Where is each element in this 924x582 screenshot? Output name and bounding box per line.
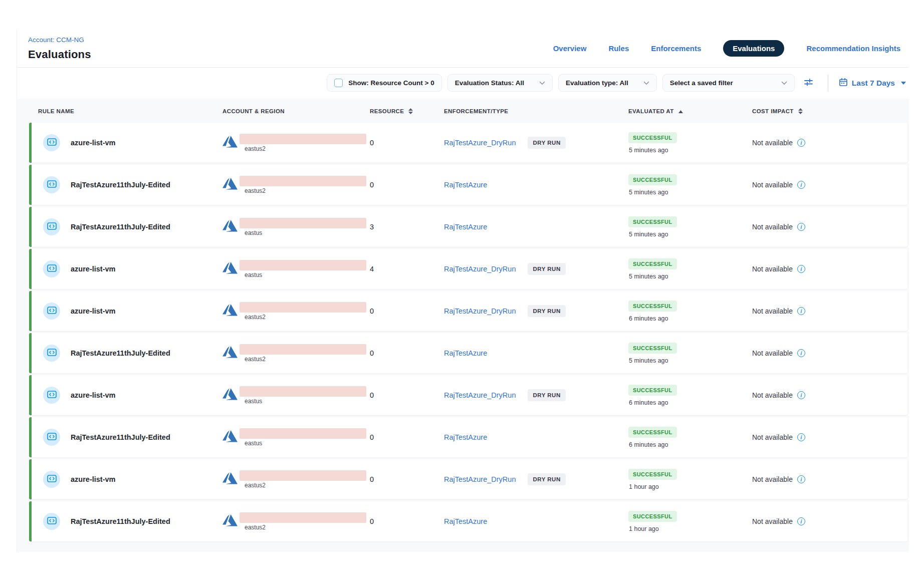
evaluated-time: 5 minutes ago bbox=[629, 273, 668, 280]
saved-filter-select[interactable]: Select a saved filter bbox=[662, 74, 795, 92]
enforcement-link[interactable]: RajTestAzure bbox=[444, 223, 487, 231]
redacted-account-name bbox=[240, 428, 366, 439]
region-label: eastus2 bbox=[245, 187, 366, 194]
evaluations-page: Account: CCM-NG Evaluations Overview Rul… bbox=[17, 30, 909, 552]
rule-name: azure-list-vm bbox=[71, 139, 115, 147]
azure-icon bbox=[222, 512, 238, 528]
info-icon[interactable]: i bbox=[797, 433, 805, 441]
cost-impact-value: Not available bbox=[752, 223, 793, 231]
sort-icon[interactable] bbox=[798, 108, 803, 114]
resource-count: 0 bbox=[370, 181, 374, 189]
sort-ascending-icon[interactable] bbox=[678, 108, 683, 114]
filter-divider bbox=[828, 75, 828, 92]
info-icon[interactable]: i bbox=[797, 475, 805, 483]
enforcement-link[interactable]: RajTestAzure_DryRun bbox=[444, 475, 516, 483]
resource-count: 0 bbox=[370, 139, 374, 147]
region-label: eastus2 bbox=[245, 524, 366, 531]
rule-icon bbox=[47, 474, 57, 485]
info-icon[interactable]: i bbox=[797, 223, 805, 231]
table-row[interactable]: azure-list-vm eastus2 0 RajTestAzure_Dry… bbox=[29, 291, 907, 331]
enforcement-link[interactable]: RajTestAzure_DryRun bbox=[444, 139, 516, 147]
rule-icon bbox=[47, 348, 57, 359]
cost-impact-value: Not available bbox=[752, 265, 793, 273]
table-row[interactable]: RajTestAzure11thJuly-Edited eastus 3 Raj… bbox=[29, 207, 907, 247]
table-row[interactable]: RajTestAzure11thJuly-Edited eastus 0 Raj… bbox=[29, 417, 907, 457]
column-resource[interactable]: RESOURCE bbox=[370, 108, 444, 114]
dry-run-badge: DRY RUN bbox=[528, 389, 565, 401]
info-icon[interactable]: i bbox=[797, 307, 805, 315]
dry-run-badge: DRY RUN bbox=[528, 263, 565, 275]
page-header: Account: CCM-NG Evaluations Overview Rul… bbox=[17, 30, 909, 67]
resource-count-filter[interactable]: Show: Resource Count > 0 bbox=[327, 74, 441, 92]
dry-run-badge: DRY RUN bbox=[528, 473, 565, 485]
evaluation-status-value: Evaluation Status: All bbox=[455, 79, 524, 87]
rule-icon bbox=[47, 390, 57, 401]
resource-count-label: Show: Resource Count > 0 bbox=[348, 79, 434, 87]
status-badge: SUCCESSFUL bbox=[628, 258, 677, 269]
cost-impact-value: Not available bbox=[752, 307, 793, 315]
breadcrumb[interactable]: Account: CCM-NG bbox=[28, 36, 84, 44]
evaluation-type-select[interactable]: Evaluation type: All bbox=[558, 74, 657, 92]
table-row[interactable]: azure-list-vm eastus2 0 RajTestAzure_Dry… bbox=[29, 123, 907, 163]
status-badge: SUCCESSFUL bbox=[628, 385, 677, 396]
region-label: eastus2 bbox=[245, 145, 366, 152]
azure-icon bbox=[222, 260, 238, 276]
rule-avatar bbox=[43, 345, 60, 362]
tab-recommendation-insights[interactable]: Recommendation Insights bbox=[806, 44, 900, 53]
table-row[interactable]: azure-list-vm eastus 0 RajTestAzure_DryR… bbox=[29, 375, 907, 415]
info-icon[interactable]: i bbox=[797, 517, 805, 525]
enforcement-link[interactable]: RajTestAzure bbox=[444, 349, 487, 357]
table-row[interactable]: RajTestAzure11thJuly-Edited eastus2 0 Ra… bbox=[29, 333, 907, 373]
tab-enforcements[interactable]: Enforcements bbox=[651, 44, 701, 53]
info-icon[interactable]: i bbox=[797, 139, 805, 147]
azure-icon bbox=[222, 218, 238, 234]
tab-overview[interactable]: Overview bbox=[553, 44, 587, 53]
enforcement-link[interactable]: RajTestAzure_DryRun bbox=[444, 391, 516, 399]
status-indicator-bar bbox=[29, 249, 32, 289]
evaluated-time: 6 minutes ago bbox=[629, 441, 668, 448]
tab-evaluations[interactable]: Evaluations bbox=[723, 40, 784, 57]
azure-icon bbox=[222, 344, 238, 360]
date-range-value: Last 7 Days bbox=[852, 79, 895, 88]
enforcement-link[interactable]: RajTestAzure bbox=[444, 517, 487, 525]
saved-filter-placeholder: Select a saved filter bbox=[670, 79, 733, 87]
enforcement-link[interactable]: RajTestAzure bbox=[444, 181, 487, 189]
tab-rules[interactable]: Rules bbox=[608, 44, 629, 53]
filter-settings-button[interactable] bbox=[800, 75, 817, 92]
enforcement-link[interactable]: RajTestAzure_DryRun bbox=[444, 265, 516, 273]
resource-count-checkbox[interactable] bbox=[334, 79, 343, 87]
resource-count: 4 bbox=[370, 265, 374, 273]
rule-icon bbox=[47, 264, 57, 274]
evaluation-status-select[interactable]: Evaluation Status: All bbox=[447, 74, 553, 92]
info-icon[interactable]: i bbox=[797, 181, 805, 189]
status-indicator-bar bbox=[29, 333, 32, 373]
rule-avatar bbox=[43, 471, 60, 488]
info-icon[interactable]: i bbox=[797, 265, 805, 273]
date-range-picker[interactable]: Last 7 Days bbox=[839, 78, 906, 89]
rule-icon bbox=[47, 432, 57, 443]
info-icon[interactable]: i bbox=[797, 349, 805, 357]
column-cost-impact[interactable]: COST IMPACT bbox=[752, 108, 907, 114]
enforcement-link[interactable]: RajTestAzure_DryRun bbox=[444, 307, 516, 315]
status-badge: SUCCESSFUL bbox=[628, 132, 677, 143]
evaluated-time: 5 minutes ago bbox=[629, 231, 668, 238]
table-row[interactable]: azure-list-vm eastus 4 RajTestAzure_DryR… bbox=[29, 249, 907, 289]
column-evaluated-at[interactable]: EVALUATED AT bbox=[628, 108, 752, 114]
table-row[interactable]: RajTestAzure11thJuly-Edited eastus2 0 Ra… bbox=[29, 501, 907, 541]
resource-count: 0 bbox=[370, 391, 374, 399]
table-row[interactable]: RajTestAzure11thJuly-Edited eastus2 0 Ra… bbox=[29, 165, 907, 205]
rule-avatar bbox=[43, 218, 60, 235]
region-label: eastus2 bbox=[245, 482, 366, 489]
column-enforcement-type: ENFORCEMENT/TYPE bbox=[444, 108, 628, 114]
table-row[interactable]: azure-list-vm eastus2 0 RajTestAzure_Dry… bbox=[29, 459, 907, 499]
redacted-account-name bbox=[240, 512, 366, 523]
azure-icon bbox=[222, 428, 238, 444]
rule-name: azure-list-vm bbox=[71, 391, 115, 399]
info-icon[interactable]: i bbox=[797, 391, 805, 399]
resource-count: 0 bbox=[370, 517, 374, 525]
evaluation-type-value: Evaluation type: All bbox=[566, 79, 628, 87]
status-indicator-bar bbox=[29, 123, 32, 163]
sort-icon[interactable] bbox=[408, 108, 413, 114]
dry-run-badge: DRY RUN bbox=[528, 305, 565, 317]
enforcement-link[interactable]: RajTestAzure bbox=[444, 433, 487, 441]
